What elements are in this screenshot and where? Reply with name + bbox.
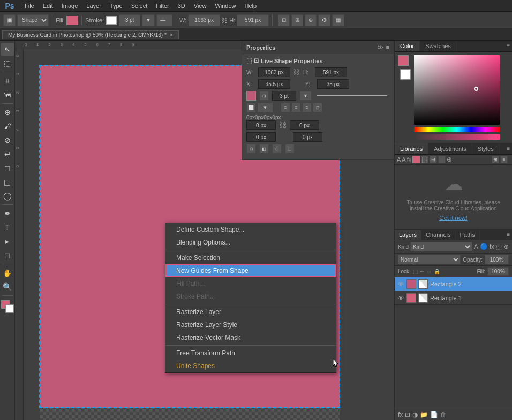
menu-help[interactable]: Help [240, 2, 261, 10]
color-fg-swatch[interactable] [398, 55, 409, 66]
align-btn-l[interactable]: ⬜ [246, 103, 256, 112]
ctx-rasterize-mask[interactable]: Rasterize Vector Mask [165, 331, 336, 344]
align-btn-r4[interactable]: ⊞ [313, 103, 322, 112]
tool-brush[interactable]: 🖌 [1, 120, 14, 133]
properties-menu-icon[interactable]: ≡ [386, 44, 389, 51]
corner-r1[interactable] [246, 120, 276, 130]
lock-icon-4[interactable]: 🔒 [434, 269, 440, 274]
tool-stamp[interactable]: ⊘ [1, 134, 14, 147]
color-hue-slider[interactable] [414, 127, 500, 132]
filter-icon-2[interactable]: 🔵 [480, 243, 488, 250]
layer-row-rectangle1[interactable]: 👁 Rectangle 1 [395, 291, 512, 305]
stroke-style-btn[interactable]: ▼ [142, 14, 155, 26]
kind-select[interactable]: Kind [410, 242, 472, 251]
fill-color-picker[interactable] [66, 16, 78, 25]
tab-close-btn[interactable]: × [170, 32, 173, 38]
lib-shape-box[interactable]: ⬚ [421, 156, 428, 163]
align-btn-2[interactable]: ⊞ [291, 14, 303, 26]
ctx-free-transform[interactable]: Free Transform Path [165, 347, 336, 360]
stroke-color-picker[interactable] [106, 16, 117, 25]
background-color[interactable] [5, 304, 14, 313]
tool-move[interactable]: ↖ [1, 43, 14, 56]
filter-icon-3[interactable]: fx [490, 243, 494, 250]
ctx-define-shape[interactable]: Define Custom Shape... [165, 223, 336, 236]
stroke-color-box[interactable] [246, 91, 256, 101]
lock-icon-1[interactable]: ⬚ [413, 269, 418, 274]
layer-eye-2[interactable]: 👁 [397, 294, 404, 302]
transform-icon-4[interactable]: ⬚ [285, 144, 295, 154]
fill-pct-input[interactable] [487, 267, 509, 276]
align-btn-r2[interactable]: ≡ [291, 103, 301, 112]
stroke-align-box[interactable]: ⊡ [259, 91, 269, 101]
tab-color[interactable]: Color [395, 41, 420, 51]
lib-tool-5[interactable]: ⊕ [447, 156, 452, 163]
lock-icon-2[interactable]: ✒ [420, 269, 424, 274]
x-prop-input[interactable] [258, 79, 290, 89]
extra-btn[interactable]: ▦ [332, 14, 344, 26]
layers-panel-menu[interactable]: ≡ [505, 230, 512, 240]
group-icon[interactable]: 📁 [420, 411, 428, 418]
tool-zoom[interactable]: 🔍 [1, 280, 14, 293]
h-prop-input[interactable] [315, 67, 347, 77]
ctx-rasterize-style[interactable]: Rasterize Layer Style [165, 318, 336, 331]
align-btn-r1[interactable]: ≡ [281, 103, 290, 112]
tool-pen[interactable]: ✒ [1, 207, 14, 220]
menu-3d[interactable]: 3D [174, 2, 190, 10]
layer-row-rectangle2[interactable]: 👁 Rectangle 2 [395, 277, 512, 291]
properties-expand-icon[interactable]: ≫ [378, 44, 384, 51]
menu-view[interactable]: View [190, 2, 211, 10]
y-prop-input[interactable] [317, 79, 349, 89]
tool-gradient[interactable]: ◫ [1, 175, 14, 188]
ctx-unite-shapes[interactable]: Unite Shapes [165, 360, 336, 372]
stroke-type-btn[interactable]: ▼ [299, 91, 312, 101]
tool-dodge[interactable]: ◯ [1, 189, 14, 202]
adjustment-icon[interactable]: ◑ [412, 411, 418, 418]
shape-select[interactable]: Shape [17, 14, 49, 26]
ctx-rasterize[interactable]: Rasterize Layer [165, 306, 336, 318]
menu-image[interactable]: Image [57, 2, 82, 10]
tab-libraries[interactable]: Libraries [395, 143, 428, 154]
tab-layers[interactable]: Layers [395, 230, 421, 240]
tool-heal[interactable]: ⊕ [1, 106, 14, 119]
tool-crop[interactable]: ⌗ [1, 74, 14, 87]
tool-shape[interactable]: ◻ [1, 249, 14, 262]
tool-history[interactable]: ↩ [1, 148, 14, 161]
transform-icon-2[interactable]: ◧ [259, 144, 269, 154]
lib-icon-box[interactable]: ⊞ [430, 156, 437, 163]
menu-file[interactable]: File [20, 2, 39, 10]
transform-icon-1[interactable]: ⊡ [246, 144, 256, 154]
lib-extra-box[interactable] [438, 156, 446, 163]
tool-text[interactable]: T [1, 221, 14, 234]
canvas-area[interactable]: 0 1 2 3 4 5 6 7 8 9 0 1 2 3 4 5 6 [15, 41, 394, 420]
fg-bg-colors[interactable] [1, 300, 14, 313]
new-layer-icon[interactable]: 📄 [430, 411, 438, 418]
corner-link-icon[interactable]: ⛓ [279, 121, 287, 129]
lib-tool-2[interactable]: A [402, 156, 405, 163]
align-btn-r3[interactable]: ≡ [302, 103, 312, 112]
tool-path-select[interactable]: ▸ [1, 235, 14, 248]
color-gradient-picker[interactable] [414, 55, 500, 125]
menu-layer[interactable]: Layer [82, 2, 106, 10]
layer-eye-1[interactable]: 👁 [397, 280, 404, 288]
menu-edit[interactable]: Edit [39, 2, 57, 10]
corner-r3[interactable] [246, 132, 276, 142]
path-ops-btn[interactable]: ⊕ [305, 14, 317, 26]
lib-view-btn-1[interactable]: ⊞ [492, 156, 499, 163]
ctx-make-selection[interactable]: Make Selection [165, 251, 336, 264]
lib-color-box[interactable] [412, 156, 420, 163]
lock-icon-3[interactable]: ↔ [426, 269, 432, 274]
opacity-input[interactable] [485, 255, 509, 264]
color-panel-menu[interactable]: ≡ [505, 41, 512, 51]
filter-icon-1[interactable]: A [474, 243, 478, 250]
tab-channels[interactable]: Channels [421, 230, 455, 240]
align-btn-1[interactable]: ⊡ [278, 14, 290, 26]
tab-styles[interactable]: Styles [472, 143, 500, 154]
tab-paths[interactable]: Paths [456, 230, 480, 240]
blend-mode-select[interactable]: Normal [398, 255, 461, 264]
filter-icon-5[interactable]: ⊕ [503, 243, 509, 250]
libraries-panel-menu[interactable]: ≡ [505, 143, 512, 154]
menu-select[interactable]: Select [127, 2, 152, 10]
tool-eyedropper[interactable]: 🖲 [1, 88, 14, 101]
fx-icon[interactable]: fx [398, 411, 403, 418]
tool-selection[interactable]: ⬚ [1, 57, 14, 70]
